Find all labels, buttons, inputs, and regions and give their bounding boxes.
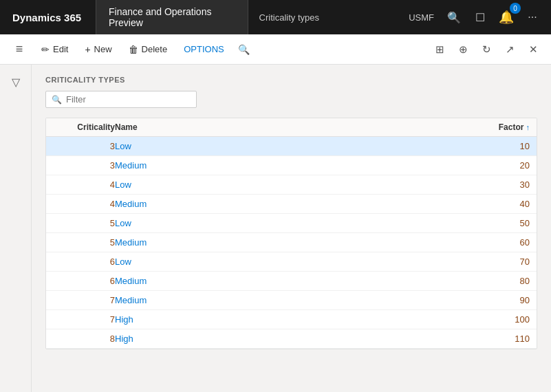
cell-factor: 100 [475, 314, 530, 325]
table-row[interactable]: 6 Low 70 [46, 252, 537, 272]
refresh-button[interactable]: ↻ [475, 39, 497, 61]
table-row[interactable]: 5 Low 50 [46, 214, 537, 233]
cell-factor: 50 [475, 218, 530, 228]
cell-name: Low [115, 141, 475, 151]
cell-name: Medium [115, 295, 475, 305]
grid-view-button[interactable]: ⊞ [429, 39, 451, 61]
table-row[interactable]: 4 Medium 40 [46, 195, 537, 214]
cell-name: Low [115, 218, 475, 228]
cell-factor: 20 [475, 160, 530, 171]
cell-name: Medium [115, 199, 475, 209]
cell-criticality: 3 [53, 141, 115, 151]
cell-name: High [115, 314, 475, 325]
toolbar-search-button[interactable]: 🔍 [234, 39, 255, 60]
notifications-button[interactable]: 🔔 0 [495, 6, 518, 29]
filter-bar[interactable]: 🔍 [45, 91, 197, 108]
toolbar: ≡ ✏ Edit + New 🗑 Delete OPTIONS 🔍 ⊞ ⊕ ↻ … [0, 34, 551, 65]
edit-label: Edit [53, 44, 68, 54]
top-search-button[interactable]: 🔍 [442, 6, 466, 29]
d365-label: Dynamics 365 [12, 12, 81, 23]
cell-factor: 110 [475, 334, 530, 344]
hamburger-icon: ≡ [16, 42, 23, 56]
new-button[interactable]: + New [78, 41, 118, 58]
table-row[interactable]: 3 Medium 20 [46, 156, 537, 175]
app-title: Finance and Operations Preview [109, 6, 235, 28]
edit-button[interactable]: ✏ Edit [34, 41, 75, 58]
new-label: New [94, 44, 112, 54]
cell-factor: 90 [475, 295, 530, 305]
table-row[interactable]: 8 High 110 [46, 329, 537, 349]
open-new-window-button[interactable]: ↗ [499, 39, 521, 61]
cell-factor: 10 [475, 141, 530, 151]
more-menu-button[interactable]: ··· [521, 6, 544, 29]
cell-criticality: 6 [53, 257, 115, 267]
bookmark-button[interactable]: ☐ [468, 6, 492, 29]
data-table: Criticality Name Factor 3 Low 10 3 Mediu… [45, 118, 537, 349]
filter-search-icon: 🔍 [52, 95, 62, 105]
top-navigation: Dynamics 365 Finance and Operations Prev… [0, 0, 551, 34]
delete-button[interactable]: 🗑 Delete [122, 41, 175, 58]
delete-icon: 🗑 [129, 44, 138, 55]
cell-factor: 70 [475, 257, 530, 267]
cell-criticality: 4 [53, 199, 115, 209]
options-label: OPTIONS [184, 44, 224, 54]
cell-criticality: 6 [53, 276, 115, 286]
table-row[interactable]: 7 High 100 [46, 310, 537, 329]
sidebar: ▽ [0, 65, 32, 392]
filter-input[interactable] [66, 94, 191, 105]
main-content: ▽ CRITICALITY TYPES 🔍 Criticality Name F… [0, 65, 551, 392]
notification-badge: 0 [510, 3, 521, 14]
new-icon: + [85, 44, 90, 55]
table-row[interactable]: 5 Medium 60 [46, 233, 537, 252]
table-body: 3 Low 10 3 Medium 20 4 Low 30 4 Medium 4… [46, 137, 537, 349]
cell-name: Low [115, 179, 475, 190]
cell-criticality: 7 [53, 295, 115, 305]
cell-criticality: 7 [53, 314, 115, 325]
cell-criticality: 3 [53, 160, 115, 171]
page-title: Criticality types [259, 12, 319, 23]
d365-brand[interactable]: Dynamics 365 [0, 0, 96, 34]
table-header: Criticality Name Factor [46, 118, 537, 137]
delete-label: Delete [142, 44, 168, 54]
table-row[interactable]: 3 Low 10 [46, 137, 537, 156]
options-button[interactable]: OPTIONS [177, 41, 231, 58]
cell-name: Medium [115, 160, 475, 171]
cell-factor: 30 [475, 179, 530, 190]
cell-factor: 40 [475, 199, 530, 209]
col-header-factor[interactable]: Factor [475, 122, 530, 132]
top-nav-right: USMF 🔍 ☐ 🔔 0 ··· [396, 6, 551, 29]
company-selector[interactable]: USMF [403, 12, 440, 23]
cell-name: Low [115, 257, 475, 267]
toolbar-right-actions: ⊞ ⊕ ↻ ↗ ✕ [429, 39, 544, 61]
cell-criticality: 5 [53, 237, 115, 248]
office-integration-button[interactable]: ⊕ [452, 39, 474, 61]
content-area: CRITICALITY TYPES 🔍 Criticality Name Fac… [32, 65, 551, 392]
hamburger-menu-button[interactable]: ≡ [7, 37, 32, 62]
table-row[interactable]: 6 Medium 80 [46, 272, 537, 291]
cell-criticality: 4 [53, 179, 115, 190]
table-row[interactable]: 4 Low 30 [46, 175, 537, 195]
cell-name: High [115, 334, 475, 344]
sidebar-filter-icon[interactable]: ▽ [8, 72, 24, 93]
cell-criticality: 5 [53, 218, 115, 228]
section-title: CRITICALITY TYPES [45, 76, 537, 84]
col-header-name: Name [115, 122, 475, 132]
app-title-area: Finance and Operations Preview [96, 0, 248, 34]
cell-factor: 60 [475, 237, 530, 248]
cell-name: Medium [115, 276, 475, 286]
table-row[interactable]: 7 Medium 90 [46, 291, 537, 310]
cell-criticality: 8 [53, 334, 115, 344]
close-button[interactable]: ✕ [522, 39, 544, 61]
cell-name: Medium [115, 237, 475, 248]
cell-factor: 80 [475, 276, 530, 286]
edit-icon: ✏ [41, 44, 50, 55]
page-title-area: Criticality types [248, 0, 397, 34]
col-header-criticality: Criticality [53, 122, 115, 132]
